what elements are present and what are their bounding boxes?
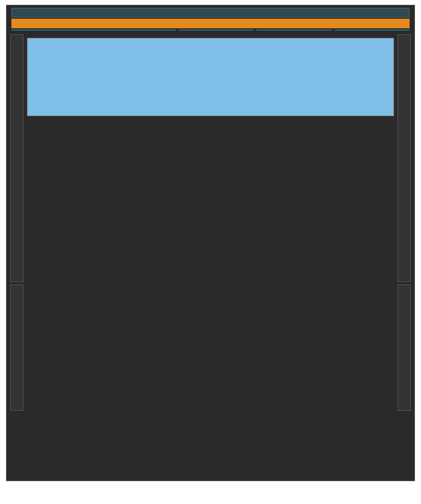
center-bot [25,283,396,412]
memory-controller [10,284,23,411]
nvdec-block [334,29,410,31]
bottom-section [9,283,412,412]
center-top [25,33,396,283]
memory-controller [398,34,411,282]
memory-controller [398,284,411,411]
memory-controller [10,34,23,282]
nvenc-block [179,29,254,31]
chip-die [6,5,415,481]
l2-cache [27,38,394,116]
top-section [9,33,412,283]
optical-flow-accelerator [11,29,176,31]
encoder-row [11,29,410,31]
nvdec-block [256,29,331,31]
pci-interface [11,8,410,17]
gigathread-engine [11,19,410,28]
